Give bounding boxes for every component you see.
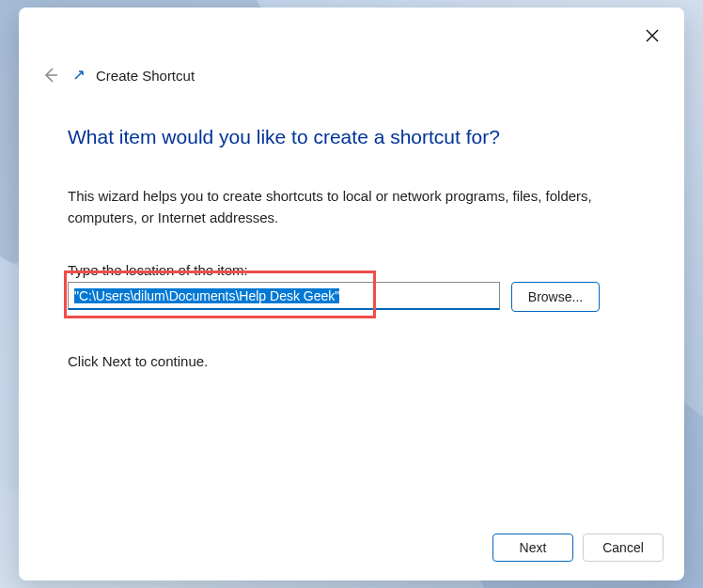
location-input-value: "C:\Users\dilum\Documents\Help Desk Geek… bbox=[74, 288, 339, 303]
dialog-footer: Next Cancel bbox=[19, 518, 684, 580]
cancel-button[interactable]: Cancel bbox=[583, 534, 664, 562]
continue-instruction: Click Next to continue. bbox=[68, 353, 635, 369]
close-button[interactable] bbox=[641, 24, 664, 47]
back-button[interactable] bbox=[36, 60, 66, 90]
shortcut-icon bbox=[71, 68, 86, 83]
dialog-title: Create Shortcut bbox=[96, 68, 195, 84]
heading: What item would you like to create a sho… bbox=[68, 126, 635, 148]
back-arrow-icon bbox=[41, 66, 60, 85]
browse-button[interactable]: Browse... bbox=[511, 282, 600, 312]
next-button[interactable]: Next bbox=[492, 534, 573, 562]
location-input[interactable]: "C:\Users\dilum\Documents\Help Desk Geek… bbox=[68, 282, 500, 310]
location-label: Type the location of the item: bbox=[68, 262, 635, 278]
create-shortcut-dialog: Create Shortcut What item would you like… bbox=[19, 8, 684, 580]
description-text: This wizard helps you to create shortcut… bbox=[68, 186, 635, 228]
location-input-row: "C:\Users\dilum\Documents\Help Desk Geek… bbox=[68, 282, 635, 312]
close-icon bbox=[646, 29, 659, 42]
dialog-content: What item would you like to create a sho… bbox=[19, 90, 684, 518]
dialog-header: Create Shortcut bbox=[19, 8, 684, 90]
